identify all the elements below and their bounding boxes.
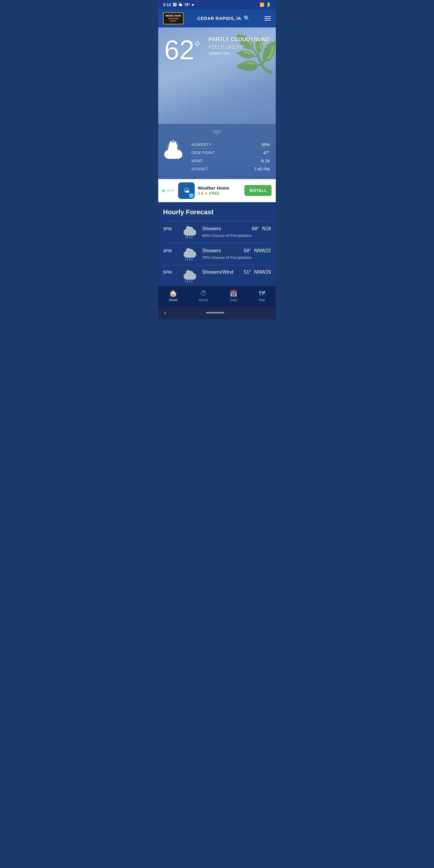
sunset-label: SUNSET bbox=[191, 167, 208, 172]
hourly-icon: ⏱ bbox=[200, 290, 207, 297]
install-button[interactable]: INSTALL bbox=[244, 185, 272, 196]
temp-degree: ° bbox=[194, 39, 200, 55]
status-left: 2:13 🖼 🌥 78° bbox=[163, 2, 194, 7]
rain-cloud-icon-2 bbox=[184, 247, 197, 261]
humidity-value: 58% bbox=[261, 142, 270, 147]
battery-icon: 🔋 bbox=[266, 2, 271, 7]
hourly-wind-2: NNW29 bbox=[254, 270, 271, 275]
sunset-row: SUNSET 7:40 PM bbox=[191, 165, 270, 173]
home-pill[interactable] bbox=[206, 312, 224, 313]
ad-x-label: ✕ bbox=[172, 189, 174, 192]
cloud-body bbox=[184, 229, 196, 236]
rain-drop-2-3 bbox=[190, 258, 190, 261]
rain-cloud-icon-3 bbox=[184, 270, 197, 283]
ad-app-name: Weather Home bbox=[198, 185, 241, 190]
location-text: CEDAR RAPIDS, IA bbox=[197, 16, 241, 21]
hourly-item-3pm: 3PM Showers 68° N18 60% Chance of Precip… bbox=[163, 221, 271, 243]
wind-row: WIND N 24 bbox=[191, 157, 270, 165]
hourly-wind-0: N18 bbox=[262, 226, 271, 231]
dewpoint-row: DEW POINT 47° bbox=[191, 149, 270, 157]
cloud-icon: 🌥 bbox=[179, 2, 182, 7]
rain-drops-3 bbox=[185, 280, 192, 283]
search-icon[interactable]: 🔍 bbox=[244, 15, 250, 22]
rain-drop-2-1 bbox=[185, 258, 186, 261]
nav-map[interactable]: 🗺 Map bbox=[253, 289, 271, 303]
home-icon: 🏠 bbox=[169, 290, 177, 297]
ad-free-label: FREE bbox=[209, 191, 220, 195]
rain-drop-2 bbox=[187, 236, 188, 239]
sunset-value: 7:40 PM bbox=[254, 167, 270, 172]
status-temp: 78° bbox=[184, 2, 190, 7]
rain-cloud-icon bbox=[184, 225, 197, 239]
weather-icon bbox=[164, 141, 185, 159]
nav-hourly[interactable]: ⏱ Hourly bbox=[193, 289, 214, 303]
nav-home[interactable]: 🏠 Home bbox=[163, 289, 184, 303]
forecast-section: Hourly Forecast 3PM Showers 68° N18 60% … bbox=[158, 202, 276, 286]
details-grid: HUMIDITY 58% DEW POINT 47° WIND N 24 SUN… bbox=[191, 141, 270, 173]
hourly-item-4pm: 4PM Showers 58° NNW22 70% Chance of Prec… bbox=[163, 243, 271, 265]
status-dot bbox=[192, 4, 194, 6]
dewpoint-value: 47° bbox=[264, 150, 270, 155]
rain-drop-3-3 bbox=[190, 280, 190, 283]
hourly-condition-1: Showers bbox=[202, 248, 241, 253]
hourly-precip-0: 60% Chance of Precipitation bbox=[202, 233, 271, 238]
menu-button[interactable] bbox=[264, 16, 271, 21]
ad-play-icon: ▶ bbox=[162, 188, 166, 193]
logo-line1: NEWS NOW bbox=[165, 14, 181, 18]
menu-line-2 bbox=[264, 18, 271, 19]
app-header: NEWS NOW WEATHER FIRST CEDAR RAPIDS, IA … bbox=[158, 9, 276, 27]
hourly-time-1: 4PM bbox=[163, 248, 178, 253]
hero-right-info: PARTLY CLOUDY/WIND FEELS LIKE 59° update… bbox=[209, 36, 270, 56]
hourly-temp-1: 58° bbox=[244, 248, 251, 253]
hourly-temp-0: 68° bbox=[252, 226, 259, 231]
nav-daily-label: Daily bbox=[230, 298, 237, 302]
hero-section: 🌿 62° PARTLY CLOUDY/WIND FEELS LIKE 59° … bbox=[158, 27, 276, 124]
rain-drops-2 bbox=[185, 258, 192, 261]
hourly-time-2: 5PM bbox=[163, 270, 178, 275]
ad-label: Ad bbox=[167, 189, 170, 192]
bottom-nav: 🏠 Home ⏱ Hourly 📅 Daily 🗺 Map bbox=[158, 286, 276, 307]
ad-rating-value: 3.9 bbox=[198, 191, 203, 195]
updated-time: updated now bbox=[209, 51, 270, 56]
dewpoint-label: DEW POINT bbox=[191, 150, 215, 155]
condition-text: PARTLY CLOUDY/WIND bbox=[209, 36, 270, 43]
system-bar: ‹ bbox=[158, 307, 276, 319]
ad-star-icon: ★ bbox=[204, 191, 208, 195]
menu-line-3 bbox=[264, 20, 271, 21]
photo-icon: 🖼 bbox=[173, 2, 177, 7]
ad-app-info: Weather Home 3.9 ★ FREE bbox=[198, 185, 241, 195]
hourly-item-5pm: 5PM Showers/Wind 51° NNW29 bbox=[163, 265, 271, 286]
header-location[interactable]: CEDAR RAPIDS, IA 🔍 bbox=[197, 15, 250, 22]
map-icon: 🗺 bbox=[258, 290, 265, 297]
rain-drop-3-4 bbox=[192, 280, 192, 283]
rain-drop-3-1 bbox=[185, 280, 186, 283]
humidity-label: HUMIDITY bbox=[191, 142, 212, 147]
rain-drop-2-4 bbox=[192, 258, 192, 261]
hourly-temp-2: 51° bbox=[244, 270, 251, 275]
rain-drops bbox=[185, 236, 192, 239]
status-right: 📶 🔋 bbox=[259, 2, 271, 7]
cloud-body-2 bbox=[184, 251, 196, 258]
nav-map-label: Map bbox=[258, 298, 265, 302]
ad-app-icon: 🌤 i bbox=[178, 182, 195, 199]
daily-icon: 📅 bbox=[229, 290, 238, 297]
rain-drop-3 bbox=[190, 236, 190, 239]
app-logo: NEWS NOW WEATHER FIRST bbox=[163, 12, 184, 24]
temp-value: 62 bbox=[164, 35, 194, 65]
rain-drop-1 bbox=[185, 236, 186, 239]
rain-drop-2-2 bbox=[187, 258, 188, 261]
rain-drop-4 bbox=[192, 236, 192, 239]
nav-hourly-label: Hourly bbox=[198, 298, 208, 302]
ad-rating-row: 3.9 ★ FREE bbox=[198, 191, 241, 195]
weather-details-row: HUMIDITY 58% DEW POINT 47° WIND N 24 SUN… bbox=[164, 141, 270, 173]
nav-daily[interactable]: 📅 Daily bbox=[223, 289, 244, 303]
nav-home-label: Home bbox=[169, 298, 178, 302]
hourly-icon-1 bbox=[181, 247, 199, 261]
hourly-wind-1: NNW22 bbox=[254, 248, 271, 253]
hourly-icon-2 bbox=[181, 270, 199, 283]
wifi-icon: 📶 bbox=[259, 2, 264, 7]
cloud-icon-detail bbox=[164, 150, 182, 159]
ad-badge: i bbox=[189, 193, 194, 198]
back-button[interactable]: ‹ bbox=[164, 310, 166, 316]
logo-line2: WEATHER bbox=[165, 18, 181, 20]
